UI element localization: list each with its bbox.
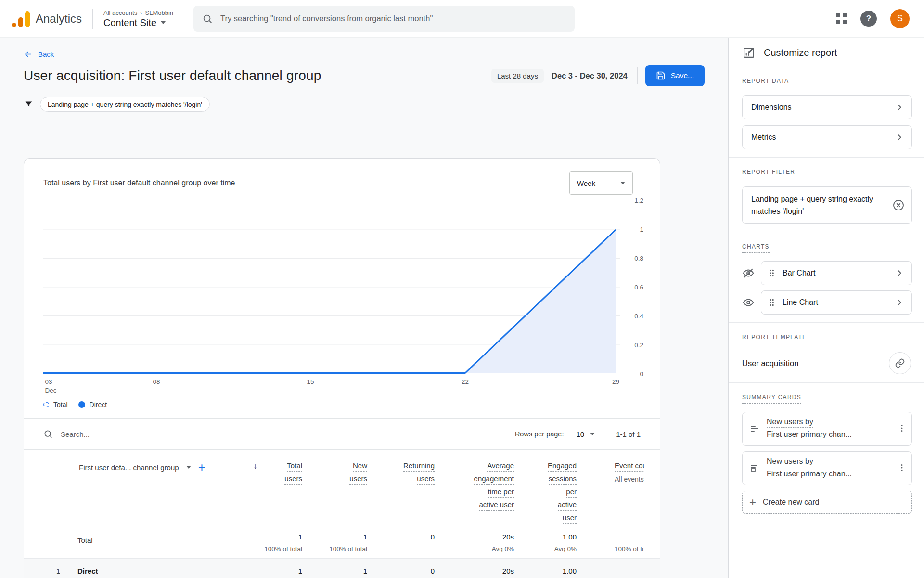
totals-label: Total: [77, 536, 245, 544]
column-header[interactable]: Engagedsessionsperactiveuser: [514, 450, 577, 526]
pagination-status: 1-1 of 1: [616, 430, 641, 438]
property-switcher[interactable]: All accounts › SLMobbin Content Site: [103, 9, 173, 28]
y-tick-label: 0.8: [634, 255, 643, 262]
legend-label: Direct: [90, 401, 107, 408]
report-template-label: REPORT TEMPLATE: [742, 334, 807, 343]
legend-item-direct: Direct: [78, 401, 107, 408]
create-new-card-button[interactable]: + Create new card: [742, 491, 912, 514]
global-search[interactable]: [193, 6, 575, 32]
totals-value: 1: [298, 533, 302, 541]
x-tick-label: 22: [462, 378, 469, 386]
report-template-name: User acquisition: [742, 359, 798, 368]
back-button[interactable]: Back: [24, 50, 67, 59]
chevron-right-icon: [894, 132, 905, 143]
app-header: Analytics All accounts › SLMobbin Conten…: [0, 0, 924, 38]
column-header-text: sessions: [549, 474, 577, 485]
bar-chart-item[interactable]: Bar Chart: [761, 261, 912, 285]
totals-cell: 100% of total: [577, 526, 644, 558]
report-filter-chip[interactable]: Landing page + query string exactly matc…: [40, 97, 210, 112]
column-header-text: user: [563, 513, 577, 524]
column-header-text: Average: [487, 461, 514, 472]
help-icon[interactable]: ?: [860, 11, 877, 27]
sort-descending-icon[interactable]: ↓: [253, 461, 257, 471]
column-header-text: Event count: [615, 461, 644, 472]
breadcrumb-all-accounts[interactable]: All accounts: [103, 9, 137, 16]
totals-cell: 1100% of total: [302, 526, 367, 558]
granularity-value: Week: [577, 179, 595, 187]
remove-filter-icon[interactable]: [892, 199, 905, 211]
column-header-text: Returning: [403, 461, 435, 472]
report-filter-label: REPORT FILTER: [742, 169, 795, 178]
date-preset[interactable]: Last 28 days: [491, 69, 544, 83]
line-chart-item[interactable]: Line Chart: [761, 290, 912, 315]
column-header-text: active user: [479, 500, 514, 511]
totals-cell: 1100% of total: [245, 526, 302, 558]
report-content: Back User acquisition: First user defaul…: [0, 38, 728, 578]
analytics-logo-icon[interactable]: [12, 10, 31, 27]
summary-card[interactable]: New users by First user primary chan...: [742, 412, 912, 446]
column-header[interactable]: Averageengagementtime peractive user: [435, 450, 514, 526]
row-channel: Direct: [77, 567, 98, 575]
breadcrumb-org[interactable]: SLMobbin: [145, 9, 173, 16]
unlink-icon: [895, 358, 905, 368]
totals-value: 1.00: [563, 533, 577, 541]
row-cell: 1: [302, 559, 367, 578]
totals-subvalue: Avg 0%: [492, 545, 514, 552]
y-tick-label: 0.6: [634, 284, 643, 291]
column-header-text: active: [558, 500, 577, 511]
chart-legend: TotalDirect: [43, 399, 647, 418]
summary-card[interactable]: New users by First user primary chan...: [742, 451, 912, 485]
drag-handle-icon[interactable]: [768, 268, 776, 278]
table-header-row: First user defa... channel group + ↓Tota…: [24, 449, 660, 526]
chevron-right-icon: [894, 268, 905, 278]
global-search-input[interactable]: [220, 14, 548, 23]
table-search[interactable]: [43, 429, 215, 439]
eye-icon[interactable]: [742, 296, 755, 309]
y-tick-label: 0.4: [634, 313, 643, 320]
chevron-right-icon: [894, 102, 905, 113]
filter-funnel-icon[interactable]: [24, 99, 34, 109]
column-header[interactable]: ↓Totalusers: [245, 450, 302, 526]
column-header[interactable]: Event countAll events: [577, 450, 644, 526]
save-label: Save...: [671, 71, 694, 80]
customize-report-panel: Customize report REPORT DATA Dimensions …: [728, 38, 924, 578]
metrics-label: Metrics: [751, 133, 776, 142]
search-icon: [202, 13, 213, 24]
avatar[interactable]: S: [890, 9, 910, 28]
unlink-template-button[interactable]: [889, 352, 911, 374]
eye-off-icon[interactable]: [742, 267, 755, 279]
property-name[interactable]: Content Site: [103, 17, 156, 28]
line-chart-label: Line Chart: [783, 298, 818, 307]
add-dimension-button[interactable]: +: [198, 462, 205, 472]
kebab-menu-icon[interactable]: [897, 423, 907, 433]
report-filter-item[interactable]: Landing page + query string exactly matc…: [742, 186, 912, 224]
totals-subvalue: 100% of total: [615, 545, 644, 552]
kebab-menu-icon[interactable]: [897, 463, 907, 473]
table-row[interactable]: 1 Direct 11020s1.00: [24, 558, 660, 578]
totals-cell: 0: [367, 526, 435, 558]
dimension-header[interactable]: First user defa... channel group +: [79, 462, 245, 472]
apps-grid-icon[interactable]: [836, 13, 847, 24]
table-search-icon: [43, 429, 53, 439]
table-search-input[interactable]: [61, 430, 215, 438]
column-subheader-text[interactable]: All events: [615, 475, 644, 483]
row-cell: 20s: [435, 559, 514, 578]
y-axis-labels: 00.20.40.60.811.2: [620, 200, 647, 374]
save-button[interactable]: Save...: [645, 65, 705, 86]
rows-per-page-select[interactable]: 10: [576, 430, 595, 438]
toolbar-divider: [637, 67, 638, 84]
column-header-text: engagement: [474, 474, 514, 485]
dimensions-item[interactable]: Dimensions: [742, 95, 912, 119]
row-cell: 1: [245, 559, 302, 578]
metrics-item[interactable]: Metrics: [742, 125, 912, 149]
granularity-select[interactable]: Week: [569, 171, 633, 195]
drag-handle-icon[interactable]: [768, 298, 776, 307]
column-header-text: users: [284, 474, 302, 485]
back-arrow-icon: [24, 50, 33, 59]
dimension-header-label: First user defa... channel group: [79, 463, 179, 472]
column-header[interactable]: Newusers: [302, 450, 367, 526]
date-range[interactable]: Dec 3 - Dec 30, 2024: [552, 71, 628, 80]
column-header[interactable]: Returningusers: [367, 450, 435, 526]
column-header-text: per: [566, 487, 577, 498]
page-title: User acquisition: First user default cha…: [24, 68, 321, 83]
